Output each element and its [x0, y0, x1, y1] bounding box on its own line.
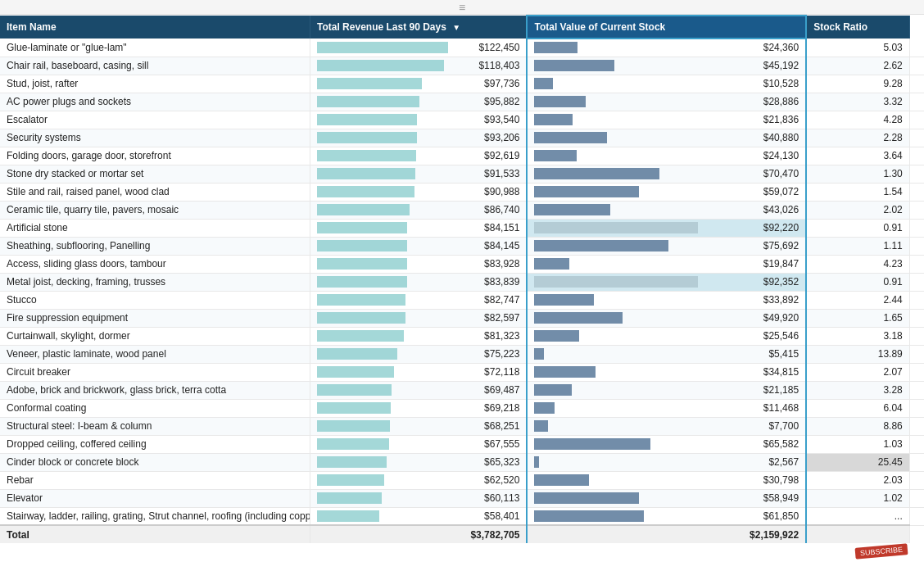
cell-ratio: 5.03 [806, 39, 909, 57]
table-row: Ceramic tile, quarry tile, pavers, mosai… [0, 201, 924, 219]
cell-revenue: $95,882 [310, 93, 528, 111]
total-label: Total [0, 525, 310, 543]
table-row: Elevator $60,113 $58,949 1.02 [0, 489, 924, 507]
cell-name: Fire suppression equipment [0, 309, 310, 327]
table-row: Stucco $82,747 $33,892 2.44 [0, 291, 924, 309]
cell-revenue: $60,113 [310, 489, 528, 507]
cell-stock: $49,920 [527, 309, 806, 327]
cell-stock: $59,072 [527, 183, 806, 201]
cell-name: Curtainwall, skylight, dormer [0, 327, 310, 345]
cell-stock: $21,185 [527, 381, 806, 399]
table-row: Escalator $93,540 $21,836 4.28 [0, 111, 924, 129]
cell-name: Artificial stone [0, 219, 310, 237]
table-row: AC power plugs and sockets $95,882 $28,8… [0, 93, 924, 111]
table-row: Glue-laminate or "glue-lam" $122,450 $24… [0, 39, 924, 57]
cell-name: Ceramic tile, quarry tile, pavers, mosai… [0, 201, 310, 219]
cell-stock: $75,692 [527, 237, 806, 255]
cell-ratio: 1.54 [806, 183, 909, 201]
table-row: Cinder block or concrete block $65,323 $… [0, 453, 924, 471]
cell-name: Conformal coating [0, 399, 310, 417]
cell-name: Chair rail, baseboard, casing, sill [0, 57, 310, 75]
cell-ratio: 0.91 [806, 273, 909, 291]
cell-revenue: $69,218 [310, 399, 528, 417]
cell-ratio: 3.64 [806, 147, 909, 165]
drag-icon: ≡ [459, 1, 465, 14]
cell-ratio: 25.45 [806, 453, 909, 471]
table-row: Structural steel: I-beam & column $68,25… [0, 417, 924, 435]
table-row: Fire suppression equipment $82,597 $49,9… [0, 309, 924, 327]
cell-name: Escalator [0, 111, 310, 129]
cell-stock: $61,850 [527, 507, 806, 525]
data-table: Item Name Total Revenue Last 90 Days ▼ T… [0, 15, 924, 543]
cell-ratio: 0.91 [806, 219, 909, 237]
cell-ratio: 1.11 [806, 237, 909, 255]
cell-name: Stile and rail, raised panel, wood clad [0, 183, 310, 201]
col-header-revenue[interactable]: Total Revenue Last 90 Days ▼ [310, 16, 528, 39]
col-header-name[interactable]: Item Name [0, 16, 310, 39]
total-row: Total $3,782,705 $2,159,922 [0, 525, 924, 543]
cell-stock: $43,026 [527, 201, 806, 219]
cell-name: Security systems [0, 129, 310, 147]
cell-revenue: $81,323 [310, 327, 528, 345]
table-row: Sheathing, subflooring, Panelling $84,14… [0, 237, 924, 255]
cell-revenue: $68,251 [310, 417, 528, 435]
cell-revenue: $93,206 [310, 129, 528, 147]
report-container: ≡ ⬜ ··· Item Name Total Revenu [0, 0, 924, 580]
cell-stock: $24,360 [527, 39, 806, 57]
cell-revenue: $86,740 [310, 201, 528, 219]
cell-revenue: $72,118 [310, 363, 528, 381]
cell-revenue: $82,597 [310, 309, 528, 327]
cell-stock: $33,892 [527, 291, 806, 309]
col-header-ratio[interactable]: Stock Ratio [806, 16, 909, 39]
col-header-stock[interactable]: Total Value of Current Stock [527, 16, 806, 39]
cell-stock: $92,220 [527, 219, 806, 237]
cell-stock: $65,582 [527, 435, 806, 453]
cell-ratio: 8.86 [806, 417, 909, 435]
cell-ratio: 2.28 [806, 129, 909, 147]
cell-revenue: $62,520 [310, 471, 528, 489]
cell-revenue: $58,401 [310, 507, 528, 525]
cell-revenue: $97,736 [310, 75, 528, 93]
table-row: Stone dry stacked or mortar set $91,533 … [0, 165, 924, 183]
cell-ratio: 2.02 [806, 201, 909, 219]
cell-name: Folding doors, garage door, storefront [0, 147, 310, 165]
drag-handle[interactable]: ≡ [0, 0, 924, 15]
cell-ratio: 3.28 [806, 381, 909, 399]
cell-revenue: $75,223 [310, 345, 528, 363]
cell-revenue: $83,928 [310, 255, 528, 273]
table-row: Adobe, brick and brickwork, glass brick,… [0, 381, 924, 399]
cell-revenue: $84,151 [310, 219, 528, 237]
cell-name: Stone dry stacked or mortar set [0, 165, 310, 183]
cell-name: Circuit breaker [0, 363, 310, 381]
table-row: Dropped ceiling, coffered ceiling $67,55… [0, 435, 924, 453]
table-row: Metal joist, decking, framing, trusses $… [0, 273, 924, 291]
table-row: Stairway, ladder, railing, grating, Stru… [0, 507, 924, 525]
cell-ratio: 2.03 [806, 471, 909, 489]
table-row: Stud, joist, rafter $97,736 $10,528 9.28 [0, 75, 924, 93]
cell-stock: $11,468 [527, 399, 806, 417]
cell-stock: $2,567 [527, 453, 806, 471]
cell-revenue: $67,555 [310, 435, 528, 453]
table-wrapper: ⬜ ··· Item Name Total Revenue Last 90 Da… [0, 15, 924, 580]
cell-revenue: $93,540 [310, 111, 528, 129]
total-stock: $2,159,922 [527, 525, 806, 543]
table-row: Folding doors, garage door, storefront $… [0, 147, 924, 165]
cell-name: Access, sliding glass doors, tambour [0, 255, 310, 273]
cell-stock: $58,949 [527, 489, 806, 507]
cell-ratio: 3.18 [806, 327, 909, 345]
cell-stock: $19,847 [527, 255, 806, 273]
table-row: Access, sliding glass doors, tambour $83… [0, 255, 924, 273]
cell-stock: $21,836 [527, 111, 806, 129]
cell-ratio: 3.32 [806, 93, 909, 111]
cell-stock: $24,130 [527, 147, 806, 165]
cell-ratio: 2.62 [806, 57, 909, 75]
table-row: Artificial stone $84,151 $92,220 0.91 [0, 219, 924, 237]
cell-stock: $28,886 [527, 93, 806, 111]
table-row: Circuit breaker $72,118 $34,815 2.07 [0, 363, 924, 381]
cell-revenue: $92,619 [310, 147, 528, 165]
cell-name: Cinder block or concrete block [0, 453, 310, 471]
cell-name: Stairway, ladder, railing, grating, Stru… [0, 507, 310, 525]
cell-revenue: $69,487 [310, 381, 528, 399]
cell-stock: $34,815 [527, 363, 806, 381]
sort-icon: ▼ [452, 23, 460, 32]
